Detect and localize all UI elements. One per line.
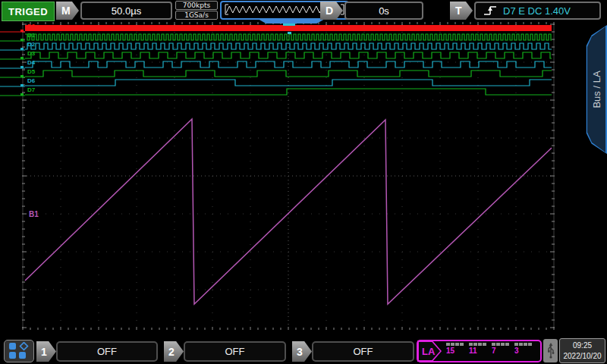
la-group: 11 — [469, 343, 486, 355]
clock-date: 2022/10/20 — [563, 351, 601, 362]
la-channel-squares — [514, 343, 532, 346]
logic-analyzer-status[interactable]: LA 15 11 7 3 — [417, 340, 542, 362]
la-channel-squares — [446, 343, 464, 346]
la-badge: LA — [417, 340, 442, 362]
timebase-value[interactable]: 50.0µs — [80, 2, 172, 20]
la-channel-groups: 15 11 7 3 — [446, 343, 532, 355]
bus-la-tab-label: Bus / LA — [590, 71, 602, 108]
clock-time: 09:25 — [573, 340, 592, 351]
memory-depth: 700kpts — [175, 1, 218, 10]
rising-edge-icon — [482, 4, 498, 17]
digital-channel-label-D4: D4 — [27, 60, 35, 66]
waveform-display — [0, 0, 607, 364]
channel-1-status[interactable]: OFF — [56, 341, 158, 362]
bus-label: B1 — [29, 210, 39, 218]
la-channel-squares — [469, 343, 486, 346]
digital-waveform-D7 — [25, 89, 552, 95]
digital-channel-label-D6: D6 — [27, 78, 35, 84]
menu-button[interactable] — [4, 340, 34, 362]
channel-3-status[interactable]: OFF — [312, 341, 414, 362]
trigger-source-text: D7 E DC 1.40V — [503, 5, 571, 17]
digital-waveform-D6 — [25, 80, 552, 86]
la-group: 3 — [514, 343, 532, 355]
usb-indicator — [543, 339, 558, 362]
oscilloscope-screen: D0D1D2D3D4D5D6D7B1 TRIGED M 50.0µs 700kp… — [0, 0, 607, 364]
delay-value[interactable]: 0s — [344, 2, 423, 20]
bus-waveform-B1 — [25, 119, 552, 304]
digital-channel-label-D1: D1 — [27, 33, 35, 39]
la-channel-squares — [492, 343, 509, 346]
digital-waveform-D2 — [25, 43, 552, 49]
clock[interactable]: 09:25 2022/10/20 — [559, 338, 605, 363]
sample-rate: 1GSa/s — [175, 11, 218, 20]
trigger-settings[interactable]: D7 E DC 1.40V — [474, 2, 601, 20]
digital-waveform-D1 — [25, 34, 552, 40]
trigger-status-badge: TRIGED — [2, 2, 55, 21]
usb-icon — [546, 342, 556, 360]
la-group: 7 — [492, 343, 509, 355]
la-group: 15 — [446, 343, 464, 355]
digital-channel-label-D0: D0 — [27, 24, 35, 30]
digital-waveform-D0 — [25, 25, 552, 31]
digital-channel-label-D7: D7 — [27, 87, 35, 93]
digital-channel-label-D5: D5 — [27, 69, 35, 75]
preview-window-handle[interactable] — [258, 19, 325, 24]
menu-grid-icon — [7, 342, 31, 360]
digital-channel-label-D2: D2 — [27, 42, 35, 48]
digital-channel-label-D3: D3 — [27, 51, 35, 57]
channel-2-status[interactable]: OFF — [184, 341, 286, 362]
